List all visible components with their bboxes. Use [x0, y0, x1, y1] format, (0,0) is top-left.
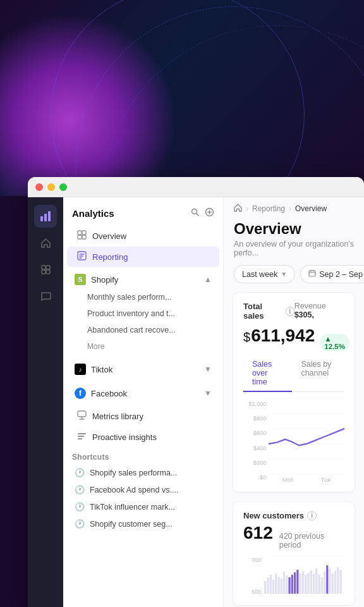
rail-messages[interactable]	[34, 285, 57, 307]
tab-sales-by-channel[interactable]: Sales by channel	[292, 355, 344, 392]
breadcrumb: › Reporting › Overview	[224, 197, 364, 218]
svg-rect-2	[48, 211, 51, 221]
shortcuts-label: Shortcuts	[72, 453, 214, 462]
svg-rect-50	[326, 565, 328, 594]
date-filter[interactable]: Sep 2 – Sep 8	[300, 265, 364, 283]
svg-rect-15	[78, 433, 86, 434]
facebook-header[interactable]: f Facebook ▼	[68, 384, 218, 403]
shopify-icon: S	[75, 274, 86, 285]
svg-rect-41	[302, 571, 304, 594]
svg-rect-31	[275, 573, 277, 594]
metrics-library-label: Metrics library	[92, 412, 143, 421]
svg-rect-51	[329, 568, 331, 594]
new-customers-card: New customers i 612 420 previous period …	[233, 501, 355, 606]
facebook-label: Facebook	[91, 389, 127, 398]
tiktok-icon: ♪	[75, 364, 86, 375]
shopify-subitem-1[interactable]: Product inventory and t...	[81, 305, 218, 322]
breadcrumb-current: Overview	[295, 204, 327, 213]
rail-home[interactable]	[34, 231, 57, 254]
minimize-dot[interactable]	[47, 183, 55, 191]
close-dot[interactable]	[35, 183, 43, 191]
page-header: Overview An overview of your organizatio…	[224, 218, 364, 265]
home-icon[interactable]	[234, 204, 242, 214]
svg-rect-36	[288, 577, 290, 594]
svg-rect-35	[286, 575, 288, 594]
breadcrumb-sep-1: ›	[246, 204, 248, 213]
rail-grid[interactable]	[34, 258, 57, 281]
shopify-header[interactable]: S Shopify ▲	[68, 270, 218, 289]
tiktok-header[interactable]: ♪ Tiktok ▼	[68, 360, 218, 379]
svg-rect-18	[309, 271, 315, 276]
new-customers-label: New customers i	[243, 511, 344, 520]
svg-rect-6	[46, 270, 50, 274]
tiktok-chevron: ▼	[204, 365, 212, 374]
tab-sales-over-time[interactable]: Sales over time	[243, 355, 292, 392]
breadcrumb-sep-2: ›	[289, 204, 291, 213]
nav-proactive-insights[interactable]: Proactive insights	[67, 427, 219, 447]
shortcut-clock-1: 🕐	[75, 485, 85, 494]
nav-overview[interactable]: Overview	[67, 226, 219, 246]
customers-value-row: 612 420 previous period	[243, 523, 344, 549]
tiktok-label: Tiktok	[91, 365, 112, 374]
maximize-dot[interactable]	[59, 183, 67, 191]
sidebar-header: Analytics	[63, 205, 223, 225]
bar-chart-area	[264, 556, 344, 596]
shopify-group: S Shopify ▲ Monthly sales perform... Pro…	[63, 267, 223, 357]
reporting-icon	[77, 251, 87, 262]
shortcut-0[interactable]: 🕐 Shopify sales performa...	[72, 464, 214, 481]
svg-rect-4	[46, 266, 50, 269]
svg-rect-42	[305, 575, 306, 594]
shopify-subitem-0[interactable]: Monthly sales perform...	[81, 289, 218, 305]
line-chart-container: $1,000 $800 $600 $400 $200 $0	[243, 398, 344, 483]
sidebar: Analytics	[63, 197, 224, 607]
svg-rect-45	[313, 574, 315, 594]
shortcut-text-3: Shopify customer seg...	[90, 520, 173, 529]
overview-icon	[77, 230, 87, 242]
shortcut-clock-3: 🕐	[75, 519, 85, 529]
new-customers-info[interactable]: i	[307, 511, 317, 520]
x-axis-labels: Mon Tue	[269, 477, 344, 483]
sidebar-title: Analytics	[72, 208, 114, 219]
shortcut-1[interactable]: 🕐 Facebook Ad spend vs....	[72, 481, 214, 498]
svg-rect-1	[44, 214, 47, 221]
svg-rect-33	[281, 579, 282, 594]
add-icon[interactable]	[205, 207, 214, 219]
shopify-more[interactable]: More	[81, 338, 218, 355]
svg-rect-54	[337, 567, 339, 594]
calendar-icon	[308, 269, 316, 279]
rail-analytics[interactable]	[34, 205, 57, 228]
svg-rect-12	[82, 235, 86, 239]
breadcrumb-reporting[interactable]: Reporting	[252, 204, 285, 213]
svg-rect-14	[78, 411, 86, 417]
svg-rect-52	[332, 573, 334, 594]
shortcut-3[interactable]: 🕐 Shopify customer seg...	[72, 515, 214, 532]
svg-rect-47	[318, 575, 320, 594]
svg-rect-44	[310, 570, 312, 594]
total-sales-info[interactable]: i	[286, 307, 294, 316]
shortcut-text-0: Shopify sales performa...	[90, 469, 177, 477]
svg-rect-9	[78, 231, 82, 235]
total-sales-value-group: $611,942 ▲ 12.5%	[243, 326, 344, 352]
tiktok-group: ♪ Tiktok ▼	[63, 357, 223, 381]
insights-icon	[77, 431, 87, 443]
svg-rect-10	[82, 231, 86, 235]
period-filter[interactable]: Last week ▼	[234, 265, 295, 283]
y-axis-labels: $1,000 $800 $600 $400 $200 $0	[243, 398, 266, 483]
nav-metrics-library[interactable]: Metrics library	[67, 406, 219, 426]
nav-reporting[interactable]: Reporting	[67, 247, 219, 267]
svg-rect-29	[270, 575, 272, 594]
svg-rect-48	[321, 577, 323, 594]
shortcut-2[interactable]: 🕐 TikTok influencer mark...	[72, 498, 214, 515]
svg-rect-49	[324, 572, 325, 594]
svg-rect-17	[78, 438, 82, 439]
svg-rect-46	[315, 568, 317, 594]
main-content: › Reporting › Overview Overview An overv…	[224, 197, 364, 607]
shortcut-text-2: TikTok influencer mark...	[90, 503, 175, 512]
svg-rect-27	[264, 581, 266, 594]
revenue-secondary: Revenue $305,	[294, 302, 344, 319]
svg-rect-5	[42, 270, 46, 274]
search-icon[interactable]	[190, 207, 200, 219]
total-sales-value: $611,942	[243, 326, 315, 346]
shopify-subitem-2[interactable]: Abandoned cart recove...	[81, 322, 218, 338]
svg-rect-3	[42, 266, 46, 269]
